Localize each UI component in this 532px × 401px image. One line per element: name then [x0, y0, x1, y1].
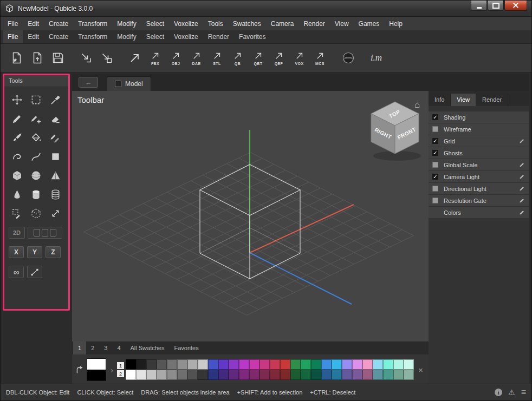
tool-pencil-add[interactable] — [29, 111, 43, 126]
secondary-color[interactable] — [87, 370, 106, 380]
open-file-button[interactable] — [28, 45, 47, 70]
swatch-r2-c1[interactable] — [126, 370, 136, 380]
edit-directional-light-icon[interactable] — [519, 186, 525, 192]
context-menu-transform[interactable]: Transform — [73, 30, 112, 43]
warning-icon[interactable]: ⚠ — [508, 389, 515, 396]
tool-sphere[interactable] — [29, 168, 43, 182]
axis-y-button[interactable]: Y — [27, 246, 42, 258]
swatch-r1-c23[interactable] — [352, 359, 362, 370]
swatch-r1-c12[interactable] — [239, 359, 249, 370]
swatch-r2-c15[interactable] — [270, 370, 280, 380]
ghosts-checkbox[interactable]: ✓ — [432, 150, 438, 156]
swatch-r2-c7[interactable] — [187, 370, 198, 380]
swatch-r1-c4[interactable] — [157, 359, 167, 370]
export-stl-button[interactable]: STL — [207, 45, 226, 70]
edit-camera-light-icon[interactable] — [519, 174, 525, 180]
swatch-r2-c9[interactable] — [208, 370, 218, 380]
tool-stack[interactable] — [48, 187, 62, 201]
remove-swatch-button[interactable]: × — [418, 366, 423, 374]
export-qbt-button[interactable]: QBT — [249, 45, 268, 70]
swatch-tab-favorites[interactable]: Favorites — [169, 341, 203, 354]
swatch-r1-c3[interactable] — [146, 359, 157, 370]
context-menu-voxelize[interactable]: Voxelize — [169, 30, 203, 43]
swatch-r1-c5[interactable] — [167, 359, 177, 370]
export-qef-button[interactable]: QEF — [269, 45, 288, 70]
axis-x-button[interactable]: X — [9, 246, 24, 258]
swatch-r1-c6[interactable] — [177, 359, 187, 370]
save-file-button[interactable] — [48, 45, 67, 70]
menu-swatches[interactable]: Swatches — [228, 17, 266, 30]
export-button[interactable] — [125, 45, 144, 70]
menu-voxelize[interactable]: Voxelize — [169, 17, 203, 30]
mode-slices-button[interactable] — [28, 227, 62, 239]
tab-render[interactable]: Render — [476, 94, 508, 106]
tool-pyramid[interactable] — [48, 168, 62, 182]
edit-resolution-gate-icon[interactable] — [519, 198, 525, 203]
menu-view[interactable]: View — [330, 17, 354, 30]
tool-square[interactable] — [48, 149, 62, 163]
context-menu-edit[interactable]: Edit — [23, 30, 44, 43]
swatch-r1-c19[interactable] — [311, 359, 321, 370]
swatch-r2-c8[interactable] — [198, 370, 208, 380]
swatch-r2-c22[interactable] — [342, 370, 352, 380]
info-icon[interactable]: i — [495, 389, 502, 396]
swatch-r2-c3[interactable] — [146, 370, 157, 380]
swatch-r2-c21[interactable] — [332, 370, 342, 380]
swatch-r1-c13[interactable] — [249, 359, 259, 370]
tool-eraser[interactable] — [48, 111, 62, 126]
menu-select[interactable]: Select — [141, 17, 169, 30]
new-file-button[interactable] — [7, 45, 26, 70]
tool-brush[interactable] — [10, 130, 24, 144]
wireframe-checkbox[interactable] — [432, 126, 438, 132]
tab-info[interactable]: Info — [429, 94, 451, 106]
swatch-r1-c18[interactable] — [301, 359, 311, 370]
swatch-r1-c15[interactable] — [270, 359, 280, 370]
menu-render[interactable]: Render — [299, 17, 329, 30]
swatch-r2-c11[interactable] — [229, 370, 239, 380]
swatch-r1-c26[interactable] — [383, 359, 393, 370]
swatch-r2-c19[interactable] — [311, 370, 321, 380]
menu-games[interactable]: Games — [354, 17, 385, 30]
line-mode-button[interactable] — [27, 266, 42, 278]
swatch-r2-c6[interactable] — [177, 370, 187, 380]
swatch-r2-c25[interactable] — [373, 370, 383, 380]
global-scale-checkbox[interactable] — [432, 162, 438, 168]
swatch-r2-c13[interactable] — [249, 370, 259, 380]
tab-view[interactable]: View — [451, 94, 476, 106]
swatch-tab-2[interactable]: 2 — [86, 341, 99, 354]
primary-color[interactable] — [87, 359, 106, 370]
swatch-r1-c14[interactable] — [259, 359, 270, 370]
swatch-tab-4[interactable]: 4 — [112, 341, 125, 354]
tool-cone[interactable] — [10, 187, 24, 201]
edit-colors-icon[interactable] — [519, 209, 525, 215]
tool-eyedropper[interactable] — [48, 93, 62, 107]
swatch-r1-c25[interactable] — [373, 359, 383, 370]
back-button[interactable]: ← — [79, 77, 98, 88]
menu-modify[interactable]: Modify — [112, 17, 141, 30]
camera-light-checkbox[interactable]: ✓ — [432, 174, 438, 180]
swatch-r1-c9[interactable] — [208, 359, 218, 370]
import-merge-button[interactable] — [97, 45, 116, 70]
context-menu-favorites[interactable]: Favorites — [234, 30, 270, 43]
tool-select-volume[interactable] — [29, 206, 43, 220]
edit-grid-icon[interactable] — [519, 138, 525, 144]
export-dae-button[interactable]: DAE — [187, 45, 206, 70]
axis-z-button[interactable]: Z — [46, 246, 61, 258]
menu-help[interactable]: Help — [384, 17, 407, 30]
tool-move[interactable] — [10, 93, 24, 107]
resolution-gate-checkbox[interactable] — [432, 198, 438, 203]
tool-curve[interactable] — [29, 149, 43, 163]
directional-light-checkbox[interactable] — [432, 186, 438, 192]
swap-colors-icon[interactable] — [75, 365, 85, 374]
menu-file[interactable]: File — [3, 17, 23, 30]
menu-transform[interactable]: Transform — [73, 17, 112, 30]
tool-pick-color[interactable] — [10, 206, 24, 220]
swatch-r2-c14[interactable] — [259, 370, 270, 380]
export-mcs-button[interactable]: MCS — [310, 45, 329, 70]
tool-box[interactable] — [10, 168, 24, 182]
swatch-r1-c17[interactable] — [290, 359, 301, 370]
export-obj-button[interactable]: OBJ — [166, 45, 185, 70]
tab-model[interactable]: Model — [107, 76, 151, 91]
swatch-r2-c4[interactable] — [157, 370, 167, 380]
orientation-cube[interactable]: TOP RIGHT FRONT — [371, 102, 421, 161]
